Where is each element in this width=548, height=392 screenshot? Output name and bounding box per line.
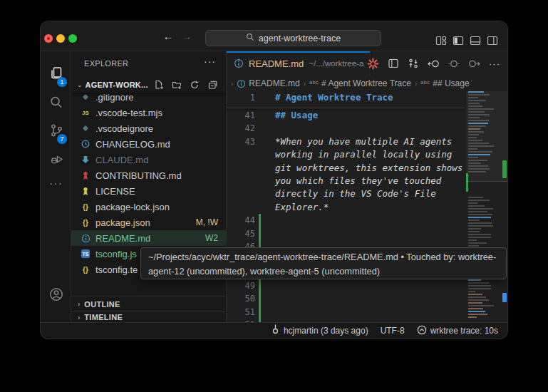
timeline-panel-header[interactable]: › TIMELINE	[71, 311, 227, 322]
chevron-right-icon: ›	[231, 80, 233, 88]
code-line[interactable]: 49	[227, 279, 466, 292]
current-change-icon[interactable]	[448, 58, 460, 70]
code-line[interactable]: working in parallel locally using	[227, 148, 466, 161]
next-change-icon[interactable]	[468, 58, 480, 70]
overview-ruler-info-marker	[502, 293, 507, 302]
circle-up-icon	[417, 325, 427, 337]
breadcrumb-item[interactable]: README.md	[249, 78, 299, 88]
line-number: 45	[227, 227, 255, 240]
tooltip-text: ~/Projects/acyc/wktr_trace/agent-worktre…	[148, 252, 496, 277]
outline-panel-header[interactable]: › OUTLINE	[71, 296, 227, 311]
timeline-label: TIMELINE	[84, 313, 123, 321]
code-text: git worktrees, this extension shows	[275, 162, 462, 175]
forward-icon[interactable]: →	[180, 29, 193, 43]
braces-icon: {}	[80, 219, 91, 227]
git-blame-status[interactable]: hcjmartin (3 days ago)	[271, 324, 368, 337]
toggle-primary-sidebar-icon[interactable]	[453, 35, 464, 46]
info-icon	[80, 234, 91, 243]
ribbon-yellow-icon	[80, 187, 91, 196]
file-row-CHANGELOG.md[interactable]: CHANGELOG.md	[71, 136, 227, 152]
file-row-.vscode-test.mjs[interactable]: JS.vscode-test.mjs	[71, 105, 227, 120]
code-line[interactable]: Explorer.*	[227, 201, 466, 214]
customize-layout-icon[interactable]	[435, 35, 447, 46]
explorer-badge: 1	[57, 77, 67, 87]
more-views-icon[interactable]: ···	[41, 172, 71, 196]
file-name: package-lock.json	[95, 202, 227, 212]
accounts-icon[interactable]	[41, 282, 71, 306]
symbol-text-icon: abc	[420, 79, 430, 86]
more-actions-icon[interactable]: ···	[489, 58, 500, 70]
code-text: you which files they've touched	[275, 175, 441, 187]
code-line[interactable]: 42	[227, 122, 466, 135]
file-name: CLAUDE.md	[95, 155, 227, 165]
file-name: CONTRIBUTING.md	[95, 170, 227, 181]
code-line[interactable]: 45	[227, 227, 466, 240]
toggle-panel-icon[interactable]	[470, 35, 481, 46]
sticky-line-text: # Agent Worktree Trace	[275, 91, 393, 104]
sidebar-more-icon[interactable]: ···	[204, 56, 216, 67]
breadcrumb[interactable]: ›README.md›abc# Agent Worktree Trace›abc…	[227, 76, 507, 91]
tab-readme[interactable]: README.md ~/.../worktree-a	[227, 51, 371, 76]
zoom-button[interactable]	[68, 34, 77, 43]
explorer-icon[interactable]: 1	[41, 61, 71, 86]
info-icon	[237, 79, 246, 88]
file-row-package.json[interactable]: {}package.jsonM, !W	[71, 215, 227, 230]
toggle-secondary-sidebar-icon[interactable]	[487, 35, 498, 46]
info-icon	[234, 58, 244, 68]
file-row-package-lock.json[interactable]: {}package-lock.json	[71, 199, 227, 215]
open-preview-icon[interactable]	[388, 58, 399, 70]
command-center-search[interactable]: agent-worktree-trace	[205, 30, 381, 46]
code-line[interactable]: 44	[227, 214, 466, 227]
clock-icon	[80, 140, 91, 148]
file-row-.vscodeignore[interactable]: .vscodeignore	[71, 120, 227, 136]
search-view-icon[interactable]	[41, 91, 71, 115]
code-text: working in parallel locally using	[275, 148, 452, 161]
worktree-trace-status[interactable]: wrktree trace: 10s	[417, 325, 498, 337]
added-line-gutter-marker	[259, 214, 261, 227]
new-folder-icon[interactable]	[172, 80, 182, 90]
outline-label: OUTLINE	[84, 300, 120, 309]
refresh-icon[interactable]	[190, 80, 200, 90]
collapse-folders-icon[interactable]	[207, 80, 217, 90]
new-file-icon[interactable]	[154, 80, 164, 90]
code-line[interactable]: directly in the VS Code's File	[227, 187, 466, 200]
code-line[interactable]: 43*When you have multiple AI agents	[227, 135, 466, 148]
close-button[interactable]	[44, 34, 53, 43]
breadcrumb-item[interactable]: ## Usage	[433, 78, 469, 88]
code-line[interactable]: git worktrees, this extension shows	[227, 162, 466, 175]
source-control-icon[interactable]: 7	[41, 118, 71, 143]
file-row-CONTRIBUTING.md[interactable]: CONTRIBUTING.md	[71, 167, 227, 183]
code-line[interactable]: you which files they've touched	[227, 175, 466, 187]
file-hover-tooltip: ~/Projects/acyc/wktr_trace/agent-worktre…	[140, 247, 507, 279]
explorer-sidebar: EXPLORER ··· ⌄ AGENT-WORK... .gitignoreJ…	[71, 51, 227, 322]
tab-bar: README.md ~/.../worktree-a ···	[227, 51, 507, 76]
sticky-scroll-line[interactable]: 1# Agent Worktree Trace	[227, 91, 465, 108]
minimize-button[interactable]	[56, 34, 65, 43]
commit-icon	[271, 324, 280, 337]
back-icon[interactable]: ←	[162, 29, 175, 43]
claude-spark-icon[interactable]	[367, 58, 379, 70]
code-area[interactable]: 41## Usage4243*When you have multiple AI…	[227, 109, 466, 322]
compare-changes-icon[interactable]	[408, 58, 419, 70]
file-name: package.json	[95, 217, 196, 228]
file-row-README.md[interactable]: README.mdW2	[71, 230, 227, 246]
activity-bar: 1 7 ···	[41, 51, 71, 322]
breadcrumb-item[interactable]: # Agent Worktree Trace	[321, 78, 411, 88]
file-row-CLAUDE.md[interactable]: CLAUDE.md	[71, 152, 227, 167]
added-line-gutter-marker	[259, 227, 261, 240]
ribbon-red-icon	[80, 171, 91, 180]
run-debug-icon[interactable]	[41, 147, 71, 171]
encoding-text: UTF-8	[381, 326, 405, 336]
folder-section-header[interactable]: ⌄ AGENT-WORK...	[71, 77, 227, 93]
encoding-status[interactable]: UTF-8	[381, 326, 405, 336]
code-line[interactable]: 51	[227, 306, 466, 319]
chevron-right-icon: ›	[78, 314, 80, 321]
minimap-slider[interactable]	[466, 91, 507, 182]
code-line[interactable]: 41## Usage	[227, 109, 466, 122]
code-line[interactable]: 50	[227, 292, 466, 305]
code-text: Explorer.*	[275, 201, 329, 214]
chevron-right-icon: ›	[78, 300, 80, 308]
js-icon: JS	[80, 110, 91, 116]
file-row-LICENSE[interactable]: LICENSE	[71, 183, 227, 199]
previous-change-icon[interactable]	[428, 58, 440, 70]
